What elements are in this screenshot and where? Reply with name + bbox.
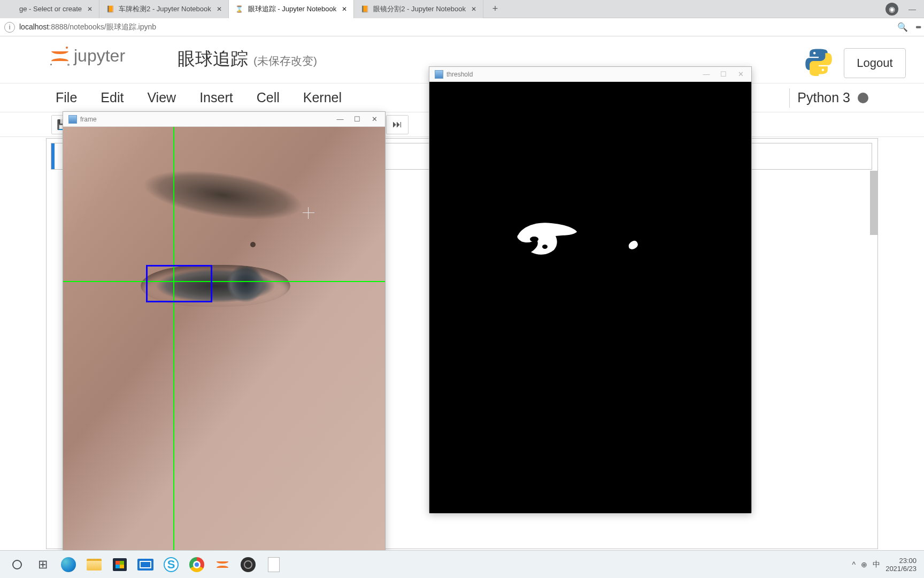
notebook-title-group: 眼球追踪 (未保存改变)	[178, 47, 317, 71]
browser-address-bar: i localhost:8888/notebooks/眼球追踪.ipynb 🔍 …	[0, 18, 924, 36]
jupyter-favicon-icon: 📙	[106, 5, 114, 13]
window-minimize-icon[interactable]: —	[332, 115, 349, 123]
tray-overflow-icon[interactable]: ^	[852, 560, 856, 569]
tab-close-icon[interactable]: ✕	[86, 5, 94, 13]
detection-bbox	[146, 265, 212, 302]
window-maximize-icon[interactable]: ☐	[349, 115, 366, 123]
window-title: frame	[80, 116, 97, 123]
window-minimize-icon[interactable]: —	[906, 3, 919, 16]
browser-tab-2[interactable]: ⌛ 眼球追踪 - Jupyter Notebook ✕	[229, 0, 354, 18]
frame-image-content	[63, 127, 385, 558]
tab-close-icon[interactable]: ✕	[341, 5, 348, 13]
scrollbar-thumb[interactable]	[870, 171, 877, 235]
tab-close-icon[interactable]: ✕	[215, 5, 223, 13]
threshold-blob-small	[627, 240, 639, 250]
taskbar-clock[interactable]: 23:00 2021/6/23	[886, 557, 920, 573]
jupyter-logo-icon	[50, 47, 70, 66]
python-logo-icon	[804, 47, 833, 76]
window-close-icon[interactable]: ✕	[366, 115, 383, 123]
jupyter-brand: jupyter	[74, 46, 125, 66]
notebook-title[interactable]: 眼球追踪	[178, 47, 248, 71]
clock-time: 23:00	[886, 557, 917, 565]
app-icon	[435, 70, 443, 79]
cv-window-frame[interactable]: frame — ☐ ✕	[63, 111, 386, 558]
tab-close-icon[interactable]: ✕	[470, 5, 478, 13]
menu-file[interactable]: File	[56, 90, 77, 105]
mail-icon[interactable]	[133, 552, 158, 577]
obs-icon[interactable]	[235, 552, 261, 577]
favicon-icon	[6, 5, 15, 13]
crosshair-horizontal	[63, 281, 385, 282]
browser-tab-strip: ge - Select or create ✕ 📙 车牌检测2 - Jupyte…	[0, 0, 924, 18]
cv-window-titlebar[interactable]: threshold — ☐ ✕	[429, 67, 751, 82]
jupyter-logo[interactable]: jupyter	[50, 46, 125, 66]
address-bar-actions: 🔍 •••	[897, 22, 920, 32]
window-maximize-icon[interactable]: ☐	[715, 70, 732, 78]
tab-title: ge - Select or create	[19, 5, 82, 13]
threshold-image-content	[429, 82, 751, 513]
url-host: localhost	[19, 22, 49, 31]
cv-window-threshold[interactable]: threshold — ☐ ✕	[429, 66, 752, 513]
window-close-icon[interactable]: ✕	[732, 70, 749, 78]
url-path: :8888/notebooks/眼球追踪.ipynb	[49, 22, 156, 31]
svg-point-2	[13, 560, 21, 569]
browser-tab-0[interactable]: ge - Select or create ✕	[0, 0, 99, 18]
menu-kernel[interactable]: Kernel	[303, 90, 342, 105]
more-icon[interactable]: •••	[915, 22, 920, 32]
ime-language-icon[interactable]: 中	[873, 560, 880, 569]
jupyter-taskbar-icon[interactable]	[210, 552, 235, 577]
kernel-busy-indicator-icon	[858, 93, 868, 103]
tab-title: 车牌检测2 - Jupyter Notebook	[119, 4, 211, 14]
mole-dot	[250, 242, 256, 247]
eye-photo	[63, 127, 385, 558]
profile-icon[interactable]: ◉	[886, 3, 898, 16]
tab-title: 眼球追踪 - Jupyter Notebook	[248, 4, 336, 14]
zoom-icon[interactable]: 🔍	[897, 22, 908, 32]
menu-view[interactable]: View	[147, 90, 176, 105]
ms-store-icon[interactable]	[107, 552, 133, 577]
logout-button[interactable]: Logout	[844, 48, 906, 78]
clock-date: 2021/6/23	[886, 565, 917, 573]
site-info-icon[interactable]: i	[4, 22, 15, 33]
restart-run-all-button[interactable]: ⏭	[386, 115, 409, 134]
window-title: threshold	[446, 71, 473, 78]
browser-tab-3[interactable]: 📙 眼镜分割2 - Jupyter Notebook ✕	[354, 0, 483, 18]
edge-icon[interactable]	[56, 552, 81, 577]
file-explorer-icon[interactable]	[81, 552, 107, 577]
network-icon[interactable]: ⊕	[861, 560, 867, 569]
cursor-crosshair-icon	[303, 207, 314, 219]
notepad-icon[interactable]	[261, 552, 287, 577]
sogou-icon[interactable]: S	[158, 552, 184, 577]
notebook-save-status: (未保存改变)	[253, 54, 317, 69]
eyebrow-shape	[108, 150, 318, 237]
kernel-name: Python 3	[797, 90, 850, 105]
menu-insert[interactable]: Insert	[199, 90, 233, 105]
chrome-icon[interactable]	[184, 552, 210, 577]
menu-cell[interactable]: Cell	[257, 90, 280, 105]
start-button[interactable]	[4, 552, 30, 577]
kernel-status[interactable]: Python 3	[789, 88, 868, 108]
url-text[interactable]: localhost:8888/notebooks/眼球追踪.ipynb	[19, 22, 897, 32]
menu-edit[interactable]: Edit	[101, 90, 124, 105]
cell-select-bar	[51, 143, 55, 169]
cv-window-titlebar[interactable]: frame — ☐ ✕	[63, 112, 385, 127]
app-icon	[68, 115, 77, 124]
task-view-icon[interactable]: ⊞	[30, 552, 56, 577]
crosshair-vertical	[173, 127, 174, 558]
jupyter-favicon-icon: 📙	[360, 5, 369, 13]
windows-taskbar: ⊞ S ^ ⊕ 中	[0, 550, 924, 578]
window-controls-group: ◉ —	[886, 3, 924, 16]
system-tray: ^ ⊕ 中 23:00 2021/6/23	[852, 557, 920, 573]
tab-title: 眼镜分割2 - Jupyter Notebook	[373, 4, 466, 14]
jupyter-busy-icon: ⌛	[235, 5, 244, 13]
threshold-blob-main	[514, 220, 581, 257]
window-minimize-icon[interactable]: —	[698, 70, 715, 78]
svg-point-0	[530, 237, 538, 242]
svg-point-1	[542, 245, 548, 249]
browser-tab-1[interactable]: 📙 车牌检测2 - Jupyter Notebook ✕	[99, 0, 229, 18]
new-tab-button[interactable]: +	[489, 3, 502, 16]
